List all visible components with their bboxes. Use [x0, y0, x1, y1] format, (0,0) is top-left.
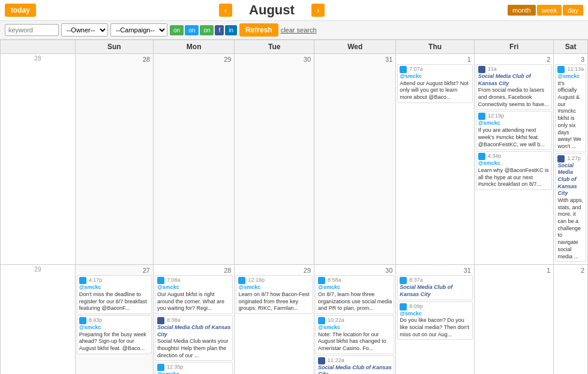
day-number: 1 [476, 266, 553, 275]
event-time: 7:07a [409, 66, 423, 73]
day-header-sun: Sun [75, 40, 153, 54]
event-card[interactable]: 11aSocial Media Club of Kansas CityFrom … [476, 64, 553, 110]
calendar-day-cell: 287:08a@smckcOur August bkfst is right a… [153, 265, 235, 374]
event-org: Social Media Club of Kansas City [318, 364, 392, 374]
calendar-day-cell: 211aSocial Media Club of Kansas CityFrom… [474, 54, 554, 265]
event-body: Preparing for the busy week ahead? Sign-… [79, 331, 149, 352]
social-filter-icons: on on on f in [170, 25, 237, 35]
event-body: On 8/7, learn how three organizations us… [318, 291, 392, 312]
tw-icon [400, 303, 407, 310]
day-number: 30 [236, 55, 313, 64]
event-body: Learn why @BaconFestKC is all the hype a… [478, 167, 550, 188]
day-number: 1 [397, 55, 473, 64]
social-filter-linkedin[interactable]: in [225, 25, 237, 35]
event-card[interactable]: 7:07a@smckcAttend our August bkfst? Not … [397, 64, 473, 103]
event-body: With apps, stats, and more, it can be a … [557, 197, 584, 260]
event-card[interactable]: 11:13a@smckcIt's officially August & our… [555, 64, 586, 152]
day-number: 2 [555, 266, 586, 275]
fb-icon [478, 66, 485, 73]
event-time: 8:38a [167, 317, 181, 324]
event-time: 8:09p [409, 303, 423, 310]
event-author: @smckc [157, 284, 231, 291]
event-card[interactable]: 12:35p@smckcThanks for including our Aug… [155, 362, 233, 374]
event-org: Social Media Club of Kansas City [478, 73, 550, 87]
calendar-day-cell: 2 [554, 265, 588, 374]
event-card[interactable]: 4:34p@smckcLearn why @BaconFestKC is all… [476, 151, 553, 190]
view-buttons: month week day [508, 5, 583, 16]
fb-icon [318, 357, 325, 364]
event-time: 11:22a [328, 357, 344, 364]
tw-icon [157, 364, 164, 371]
day-number: 27 [77, 266, 152, 275]
today-button[interactable]: today [5, 4, 36, 17]
day-number: 30 [316, 266, 394, 275]
event-author: @smckc [318, 324, 392, 331]
event-time: 4:17p [89, 277, 103, 284]
event-author: @smckc [157, 371, 231, 374]
prev-month-button[interactable]: ‹ [219, 4, 232, 17]
event-card[interactable]: 10:22a@smckcNote: The location for our A… [316, 315, 394, 354]
calendar-day-cell: 1 [474, 265, 554, 374]
social-filter-on1[interactable]: on [170, 25, 184, 35]
tw-icon [400, 66, 407, 73]
event-author: @smckc [400, 73, 470, 80]
event-card[interactable]: 4:17p@smckcDon't miss the deadline to re… [77, 275, 152, 314]
social-filter-twitter[interactable]: on [185, 25, 199, 35]
event-card[interactable]: 8:38aSocial Media Club of Kansas CitySoc… [155, 315, 233, 361]
event-card[interactable]: 12:19p@smckcIf you are attending next we… [476, 111, 553, 150]
day-header-fri: Fri [474, 40, 554, 54]
event-body: It's officially August & our #smckc bkfs… [557, 80, 584, 150]
tw-icon [557, 66, 565, 73]
event-body: Our August bkfst is right around the cor… [157, 291, 231, 312]
fb-icon [157, 317, 164, 324]
event-card[interactable]: 7:08a@smckcOur August bkfst is right aro… [155, 275, 233, 314]
event-org: Social Media Club of Kansas City [157, 324, 231, 338]
keyword-input[interactable] [5, 24, 59, 36]
calendar-day-cell: 318:37aSocial Media Club of Kansas City8… [396, 265, 475, 374]
calendar-day-cell: 274:17p@smckcDon't miss the deadline to … [75, 265, 153, 374]
event-time: 11:13a [567, 66, 584, 73]
event-card[interactable]: 12:19p@smckcLearn on 8/7 how Bacon-Fest … [236, 275, 313, 314]
calendar-day-cell: 30 [235, 54, 314, 265]
event-card[interactable]: 1:27pSocial Media Club of Kansas CityWit… [555, 153, 586, 263]
event-body: Don't miss the deadline to register for … [79, 291, 149, 312]
event-card[interactable]: 8:58a@smckcOn 8/7, learn how three organ… [316, 275, 394, 314]
month-navigation: ‹ August › [219, 2, 325, 18]
campaign-select[interactable]: --Campaign-- [110, 23, 167, 37]
clear-search-link[interactable]: clear search [281, 26, 317, 34]
tw-icon [318, 317, 325, 324]
event-card[interactable]: 8:09p@smckcDo you like bacon? Do you lik… [397, 301, 473, 340]
event-card[interactable]: 8:37aSocial Media Club of Kansas City [397, 275, 473, 300]
event-card[interactable]: 11:22aSocial Media Club of Kansas CityWi… [316, 355, 394, 374]
event-time: 8:37a [409, 277, 423, 284]
event-body: If you are attending next week's #smckc … [478, 127, 550, 148]
event-author: @smckc [478, 120, 550, 127]
calendar-table: Sun Mon Tue Wed Thu Fri Sat 282829303117… [0, 40, 588, 374]
event-time: 12:19p [248, 277, 265, 284]
calendar-day-cell: 308:58a@smckcOn 8/7, learn how three org… [314, 265, 396, 374]
social-filter-on2[interactable]: on [200, 25, 214, 35]
day-header-wed: Wed [314, 40, 396, 54]
next-month-button[interactable]: › [311, 4, 325, 17]
owner-select[interactable]: --Owner-- [61, 23, 108, 37]
event-body: Do you like bacon? Do you like social me… [400, 317, 470, 338]
month-view-button[interactable]: month [508, 5, 536, 16]
fb-icon [557, 155, 565, 162]
day-header-mon: Mon [153, 40, 235, 54]
event-author: @smckc [318, 284, 392, 291]
event-time: 8:58a [328, 277, 341, 284]
tw-icon [157, 277, 164, 284]
calendar-day-cell: 28 [75, 54, 153, 265]
event-author: @smckc [557, 73, 584, 80]
week-view-button[interactable]: week [537, 5, 562, 16]
calendar-week-row: 282829303117:07a@smckcAttend our August … [1, 54, 588, 265]
social-filter-facebook[interactable]: f [215, 25, 224, 35]
tw-icon [238, 277, 245, 284]
day-view-button[interactable]: day [563, 5, 583, 16]
calendar-day-cell: 29 [153, 54, 235, 265]
tw-icon [79, 317, 86, 324]
day-number: 28 [155, 266, 233, 275]
day-number: 2 [476, 55, 553, 64]
event-card[interactable]: 8:43p@smckcPreparing for the busy week a… [77, 315, 152, 354]
refresh-button[interactable]: Refresh [239, 23, 278, 37]
